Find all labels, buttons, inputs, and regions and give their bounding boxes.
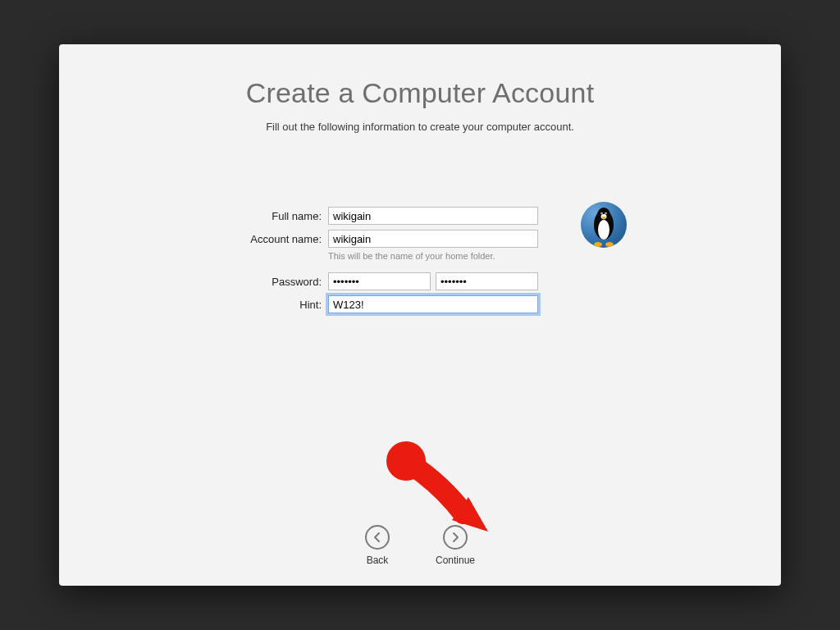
page-subtitle: Fill out the following information to cr… (59, 121, 781, 133)
hint-label: Hint: (190, 299, 328, 311)
account-form: Full name: Account name: This will be th… (190, 207, 650, 313)
account-name-label: Account name: (190, 233, 328, 245)
arrow-left-icon (365, 525, 390, 550)
penguin-icon (586, 205, 622, 248)
account-name-input[interactable] (328, 230, 538, 248)
back-button[interactable]: Back (365, 525, 390, 566)
user-avatar[interactable] (581, 202, 627, 248)
back-label: Back (367, 555, 389, 566)
full-name-label: Full name: (190, 210, 328, 222)
full-name-input[interactable] (328, 207, 538, 225)
password-verify-input[interactable] (436, 272, 538, 290)
continue-label: Continue (436, 555, 475, 566)
setup-assistant-window: Create a Computer Account Fill out the f… (59, 44, 781, 586)
svg-point-10 (386, 441, 426, 481)
password-label: Password: (190, 276, 328, 288)
svg-point-7 (605, 212, 606, 213)
nav-buttons: Back Continue (59, 525, 781, 566)
annotation-arrow-icon (367, 438, 498, 536)
svg-point-8 (594, 242, 602, 247)
hint-input[interactable] (328, 295, 538, 313)
continue-button[interactable]: Continue (436, 525, 475, 566)
password-input[interactable] (328, 272, 431, 290)
account-name-helper: This will be the name of your home folde… (328, 251, 650, 261)
arrow-right-icon (443, 525, 468, 550)
svg-point-2 (598, 220, 609, 240)
svg-point-6 (601, 212, 602, 213)
page-title: Create a Computer Account (59, 77, 781, 109)
